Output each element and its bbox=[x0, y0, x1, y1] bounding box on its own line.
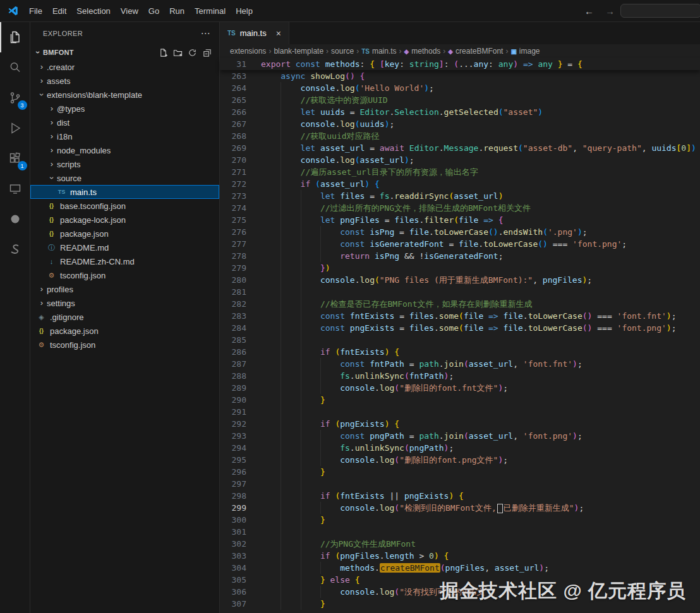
code-line[interactable]: 294fs.unlinkSync(pngPath); bbox=[220, 442, 700, 454]
remote-explorer-icon[interactable] bbox=[0, 174, 30, 204]
close-icon[interactable]: × bbox=[276, 28, 281, 39]
breadcrumb-item-main.ts[interactable]: TSmain.ts bbox=[361, 47, 396, 56]
code-line[interactable]: 292if (pngExists) { bbox=[220, 418, 700, 430]
code-line[interactable]: 275let pngFiles = files.filter(file => { bbox=[220, 214, 700, 226]
code-line[interactable]: 304methods.createBMFont(pngFiles, asset_… bbox=[220, 562, 700, 574]
code-line[interactable]: 284const pngExists = files.some(file => … bbox=[220, 322, 700, 334]
command-center-searchbox[interactable] bbox=[620, 4, 700, 18]
code-line[interactable]: 280console.log("PNG files (用于重新生成BMFont)… bbox=[220, 274, 700, 286]
tree-item-scripts[interactable]: ›scripts bbox=[30, 157, 219, 171]
code-line[interactable]: 278return isPng && !isGeneratedFont; bbox=[220, 250, 700, 262]
menu-file[interactable]: File bbox=[24, 4, 47, 18]
code-line[interactable]: 277const isGeneratedFont = file.toLowerC… bbox=[220, 238, 700, 250]
code-line[interactable]: 266let uuids = Editor.Selection.getSelec… bbox=[220, 106, 700, 118]
menu-view[interactable]: View bbox=[116, 4, 143, 18]
tree-item-settings[interactable]: ›settings bbox=[30, 296, 219, 310]
menu-edit[interactable]: Edit bbox=[47, 4, 71, 18]
menu-run[interactable]: Run bbox=[164, 4, 190, 18]
code-line[interactable]: 270console.log(asset_url); bbox=[220, 154, 700, 166]
s-tool-icon[interactable] bbox=[0, 234, 30, 265]
breadcrumb-item-extensions[interactable]: extensions bbox=[230, 47, 266, 56]
code-line[interactable]: 302//为PNG文件生成BMFont bbox=[220, 538, 700, 550]
code-line[interactable]: 265//获取选中的资源UUID bbox=[220, 94, 700, 106]
tree-item-source[interactable]: ›source bbox=[30, 171, 219, 185]
breadcrumb-item-image[interactable]: ▣image bbox=[510, 47, 540, 56]
extension-tool-icon[interactable] bbox=[0, 204, 30, 234]
menu-terminal[interactable]: Terminal bbox=[190, 4, 231, 18]
code-line[interactable]: 293const pngPath = path.join(asset_url, … bbox=[220, 430, 700, 442]
code-line[interactable]: 295console.log("删除旧的font.png文件"); bbox=[220, 454, 700, 466]
code-line[interactable]: 281 bbox=[220, 286, 700, 298]
breadcrumb-item-createbmfont[interactable]: ◈createBMFont bbox=[448, 47, 503, 56]
tree-item-main-ts[interactable]: TSmain.ts bbox=[30, 185, 219, 199]
code-line[interactable]: 297 bbox=[220, 478, 700, 490]
menu-selection[interactable]: Selection bbox=[71, 4, 115, 18]
new-folder-icon[interactable] bbox=[173, 48, 183, 57]
code-line[interactable]: 296} bbox=[220, 466, 700, 478]
new-file-icon[interactable] bbox=[159, 48, 168, 57]
run-debug-icon[interactable] bbox=[0, 113, 30, 143]
code-line[interactable]: 267console.log(uuids); bbox=[220, 118, 700, 130]
search-icon[interactable] bbox=[0, 52, 30, 83]
extensions-icon[interactable]: 1 bbox=[0, 143, 30, 174]
tree-item-tsconfig-json[interactable]: ⚙tsconfig.json bbox=[30, 338, 219, 352]
tree-item--types[interactable]: ›@types bbox=[30, 102, 219, 116]
code-line[interactable]: 274//过滤出所有的PNG文件，排除已生成的BMFont相关文件 bbox=[220, 202, 700, 214]
tree-item-extensions-blank-template[interactable]: ›extensions\blank-template bbox=[30, 88, 219, 102]
code-line[interactable]: 303if (pngFiles.length > 0) { bbox=[220, 550, 700, 562]
tree-item-readme-zh-cn-md[interactable]: ↓README.zh-CN.md bbox=[30, 254, 219, 268]
code-lines[interactable]: 263async showLog() {264console.log('Hell… bbox=[220, 70, 700, 613]
refresh-icon[interactable] bbox=[188, 48, 197, 57]
code-line[interactable]: 299console.log("检测到旧的BMFont文件,已删除并重新生成")… bbox=[220, 502, 700, 514]
code-line[interactable]: 301 bbox=[220, 526, 700, 538]
code-line[interactable]: 263async showLog() { bbox=[220, 70, 700, 82]
tree-item-package-json[interactable]: {}package.json bbox=[30, 324, 219, 338]
breadcrumb-item-source[interactable]: source bbox=[331, 47, 354, 56]
code-line[interactable]: 285 bbox=[220, 334, 700, 346]
tree-item-base-tsconfig-json[interactable]: {}base.tsconfig.json bbox=[30, 199, 219, 213]
tree-item-assets[interactable]: ›assets bbox=[30, 74, 219, 88]
code-line[interactable]: 289console.log("删除旧的font.fnt文件"); bbox=[220, 382, 700, 394]
tree-item-readme-md[interactable]: ⓘREADME.md bbox=[30, 241, 219, 254]
more-actions-icon[interactable]: ⋯ bbox=[201, 28, 210, 39]
tree-item-tsconfig-json[interactable]: ⚙tsconfig.json bbox=[30, 268, 219, 282]
collapse-all-icon[interactable] bbox=[202, 48, 212, 57]
code-line[interactable]: 286if (fntExists) { bbox=[220, 346, 700, 358]
tree-item--gitignore[interactable]: ◈.gitignore bbox=[30, 310, 219, 324]
code-line[interactable]: 282//检查是否已存在BMFont文件，如果存在则删除重新生成 bbox=[220, 298, 700, 310]
breadcrumb-item-methods[interactable]: ◈methods bbox=[404, 47, 441, 56]
code-line[interactable]: 272if (asset_url) { bbox=[220, 178, 700, 190]
tree-item-label: package.json bbox=[60, 229, 109, 239]
tree-item--creator[interactable]: ›.creator bbox=[30, 60, 219, 74]
code-line[interactable]: 31export const methods: { [key: string]:… bbox=[220, 58, 700, 70]
back-icon[interactable]: ← bbox=[579, 6, 600, 16]
source-control-icon[interactable]: 3 bbox=[0, 83, 30, 113]
code-line[interactable]: 291 bbox=[220, 406, 700, 418]
code-line[interactable]: 276const isPng = file.toLowerCase().ends… bbox=[220, 226, 700, 238]
code-line[interactable]: 268//获取uuid对应路径 bbox=[220, 130, 700, 142]
code-line[interactable]: 287const fntPath = path.join(asset_url, … bbox=[220, 358, 700, 370]
code-line[interactable]: 273let files = fs.readdirSync(asset_url) bbox=[220, 190, 700, 202]
forward-icon[interactable]: → bbox=[600, 6, 620, 16]
tree-item-node-modules[interactable]: ›node_modules bbox=[30, 143, 219, 157]
menu-go[interactable]: Go bbox=[143, 4, 164, 18]
tree-item-package-lock-json[interactable]: {}package-lock.json bbox=[30, 213, 219, 227]
breadcrumb-item-blank-template[interactable]: blank-template bbox=[274, 47, 323, 56]
tree-item-dist[interactable]: ›dist bbox=[30, 116, 219, 129]
code-line[interactable]: 271//遍历asset_url目录下的所有资源，输出名字 bbox=[220, 166, 700, 178]
code-line[interactable]: 298if (fntExists || pngExists) { bbox=[220, 490, 700, 502]
code-line[interactable]: 264console.log('Hello World'); bbox=[220, 82, 700, 94]
code-line[interactable]: 288fs.unlinkSync(fntPath); bbox=[220, 370, 700, 382]
code-line[interactable]: 269let asset_url = await Editor.Message.… bbox=[220, 142, 700, 154]
code-line[interactable]: 300} bbox=[220, 514, 700, 526]
code-line[interactable]: 283const fntExists = files.some(file => … bbox=[220, 310, 700, 322]
code-line[interactable]: 290} bbox=[220, 394, 700, 406]
section-bmfont[interactable]: › BMFONT bbox=[30, 45, 219, 60]
tree-item-i18n[interactable]: ›i18n bbox=[30, 129, 219, 143]
code-line[interactable]: 279}) bbox=[220, 262, 700, 274]
menu-help[interactable]: Help bbox=[231, 4, 258, 18]
tab-main-ts[interactable]: TS main.ts × bbox=[220, 22, 289, 44]
tree-item-profiles[interactable]: ›profiles bbox=[30, 282, 219, 296]
tree-item-package-json[interactable]: {}package.json bbox=[30, 227, 219, 241]
explorer-icon[interactable] bbox=[0, 22, 30, 52]
